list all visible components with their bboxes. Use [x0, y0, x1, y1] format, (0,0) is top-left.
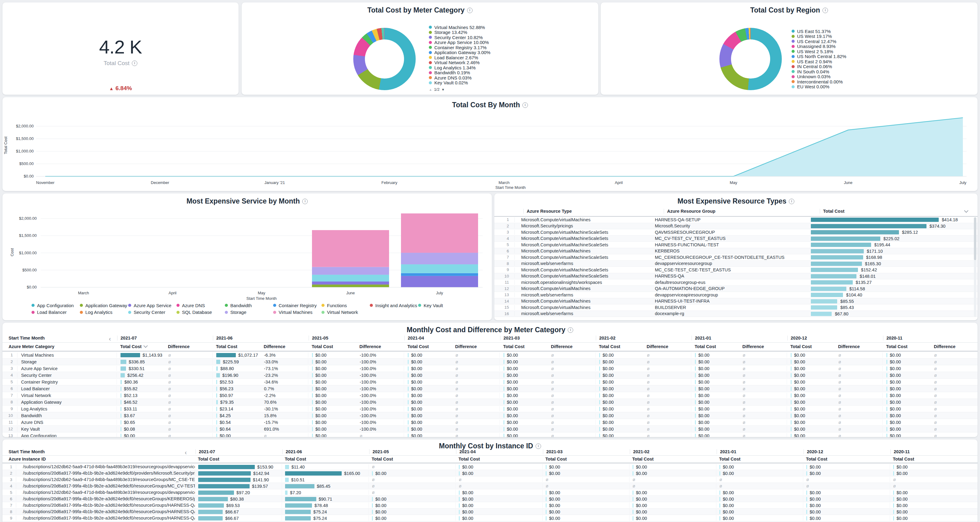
legend-item[interactable]: US West 19.17% [792, 34, 846, 39]
column-header-total-cost[interactable]: Total Cost [198, 457, 219, 462]
legend-item[interactable]: US North Central 1.82% [792, 54, 846, 59]
legend-item[interactable]: US West 2 5.18% [792, 49, 846, 54]
legend-item[interactable]: Container Registry 3.17% [429, 45, 490, 50]
column-header-difference[interactable]: Difference [360, 344, 381, 349]
legend-item[interactable]: Application Gateway 3.00% [429, 50, 490, 55]
row-number: 3 [2, 478, 16, 482]
total-cost-cell: $0.00 [500, 386, 547, 391]
table-row: 8microsoft.web/serverfarmsdevappservicer… [494, 261, 978, 267]
column-header-difference[interactable]: Difference [934, 344, 956, 349]
page-up-icon[interactable]: ▲ [429, 88, 432, 91]
legend-item[interactable]: IN South 0.04% [792, 69, 846, 74]
column-header-total-cost[interactable]: Total Cost [893, 457, 914, 462]
legend-item[interactable]: Azure DNS 0.03% [429, 75, 490, 80]
months-page-left-icon[interactable]: ‹ [185, 449, 187, 455]
legend-item[interactable]: Key Vault [418, 303, 466, 308]
legend-item[interactable]: Storage [225, 310, 273, 315]
total-cost-cell: ø [542, 484, 629, 489]
legend-item[interactable]: Storage 13.42% [429, 30, 490, 35]
column-header-total-cost[interactable]: Total Cost [695, 344, 716, 349]
column-header-total-cost[interactable]: Total Cost [312, 344, 333, 349]
legend-item[interactable]: Virtual Machines 52.88% [429, 25, 490, 30]
cost-value: $196.90 [223, 373, 238, 378]
total-cost-cell: $85.45 [282, 483, 369, 489]
column-header-total-cost[interactable]: Total Cost [599, 344, 620, 349]
legend-item[interactable]: Bandwidth 0.19% [429, 70, 490, 76]
sort-chevron-icon[interactable] [964, 208, 968, 213]
info-icon[interactable]: i [522, 102, 528, 108]
column-header-total-cost[interactable]: Total Cost [791, 344, 812, 349]
legend-item[interactable]: Container Registry [273, 303, 321, 308]
info-icon[interactable]: i [822, 8, 828, 13]
column-header-total-cost[interactable]: Total Cost [458, 457, 480, 462]
vertical-scrollbar[interactable] [974, 217, 976, 317]
info-icon[interactable]: i [132, 60, 137, 66]
info-icon[interactable]: i [302, 199, 308, 204]
legend-item[interactable]: Bandwidth [225, 303, 273, 308]
column-header-difference[interactable]: Difference [647, 344, 668, 349]
column-header-total-cost[interactable]: Total Cost [120, 344, 147, 349]
legend-item[interactable]: Load Balancer [32, 310, 80, 315]
scrollbar-thumb[interactable] [974, 217, 976, 260]
column-header-total-cost[interactable]: Total Cost [546, 457, 567, 462]
page-down-icon[interactable]: ▼ [441, 88, 445, 91]
legend-item[interactable]: Insight and Analytics [370, 303, 418, 308]
legend-item[interactable]: Log Analytics 1.34% [429, 65, 490, 70]
column-header[interactable]: Total Cost [820, 209, 845, 214]
legend-item[interactable]: Unknown 0.03% [792, 74, 846, 79]
column-header-total-cost[interactable]: Total Cost [719, 457, 740, 462]
info-icon[interactable]: i [536, 443, 541, 449]
legend-item[interactable]: Intercontinental 0.00% [792, 79, 846, 84]
legend-item[interactable]: Security Center 10.82% [429, 35, 490, 40]
info-icon[interactable]: i [467, 8, 473, 13]
legend-item[interactable]: EU West 0.00% [792, 84, 846, 90]
column-header-total-cost[interactable]: Total Cost [216, 344, 237, 349]
legend-item[interactable]: Azure DNS [177, 303, 225, 308]
legend-item[interactable]: IN Central 0.06% [792, 64, 846, 69]
difference-cell: ø [835, 393, 883, 398]
cost-value: $330.51 [129, 366, 144, 371]
column-header[interactable]: Azure Resource Type [523, 209, 572, 214]
legend-item[interactable]: Functions [321, 303, 370, 308]
legend-item[interactable]: Security Center [128, 310, 177, 315]
cost-bar [459, 510, 460, 514]
column-header-total-cost[interactable]: Total Cost [632, 457, 654, 462]
column-header[interactable]: Azure Resource Group [664, 209, 716, 214]
info-icon[interactable]: i [789, 199, 794, 204]
legend-item[interactable]: Virtual Network [321, 310, 370, 315]
months-page-left-icon[interactable]: ‹ [109, 336, 111, 342]
legend-item[interactable]: Application Gateway [80, 303, 128, 308]
column-header-total-cost[interactable]: Total Cost [886, 344, 907, 349]
legend-item[interactable]: App Configuration [32, 303, 80, 308]
sort-chevron-icon[interactable] [143, 344, 148, 348]
column-header-difference[interactable]: Difference [455, 344, 477, 349]
header-divider [2, 463, 978, 463]
legend-item[interactable]: Key Vault 0.02% [429, 80, 490, 86]
legend-item[interactable]: Azure App Service [128, 303, 177, 308]
legend-item[interactable]: US East 2 0.94% [792, 59, 846, 64]
column-header-total-cost[interactable]: Total Cost [806, 457, 827, 462]
legend-item[interactable]: Virtual Network 2.46% [429, 60, 490, 65]
legend-item[interactable]: Virtual Machines [273, 310, 321, 315]
column-header-difference[interactable]: Difference [838, 344, 860, 349]
column-header-difference[interactable]: Difference [264, 344, 285, 349]
legend-item[interactable]: Log Analytics [80, 310, 128, 315]
x-tick-label: March [62, 290, 105, 295]
legend-item[interactable]: Azure App Service 10.00% [429, 40, 490, 45]
legend-item[interactable]: US Central 12.47% [792, 39, 846, 44]
column-header-total-cost[interactable]: Total Cost [285, 457, 306, 462]
column-header-total-cost[interactable]: Total Cost [372, 457, 393, 462]
legend-item[interactable]: US East 51.37% [792, 29, 846, 34]
column-header-total-cost[interactable]: Total Cost [407, 344, 429, 349]
column-header-difference[interactable]: Difference [551, 344, 573, 349]
column-header-difference[interactable]: Difference [742, 344, 764, 349]
y-tick-label: $1,000.00 [6, 251, 37, 255]
difference-cell: ø [165, 353, 212, 358]
legend-item[interactable]: Unassigned 8.93% [792, 44, 846, 49]
legend-item[interactable]: Load Balancer 2.67% [429, 55, 490, 60]
info-icon[interactable]: i [568, 327, 573, 333]
cost-value: $0.00 [698, 400, 709, 405]
legend-item[interactable]: SQL Database [177, 310, 225, 315]
column-header-total-cost[interactable]: Total Cost [503, 344, 525, 349]
column-header-difference[interactable]: Difference [168, 344, 189, 349]
